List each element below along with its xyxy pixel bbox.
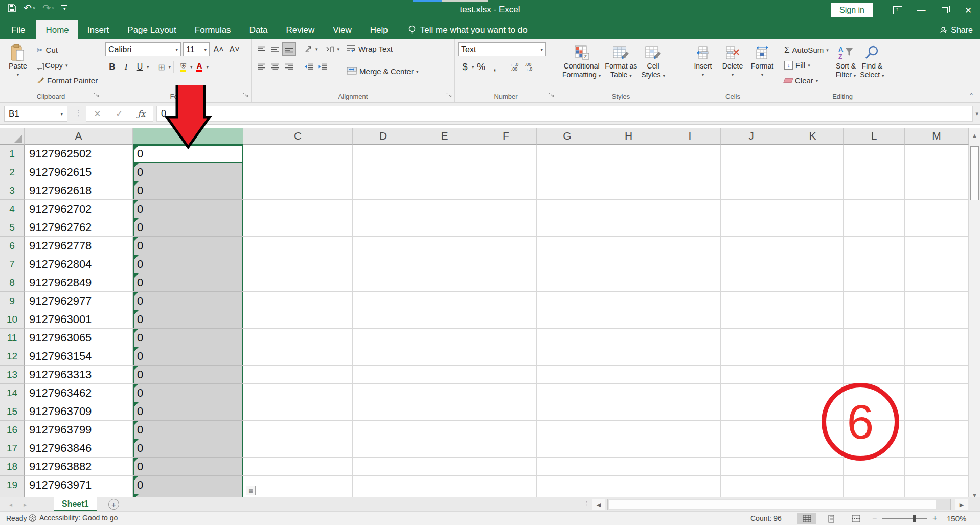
cell-a16[interactable]: 9127963799 <box>25 421 133 439</box>
expand-formula-bar-icon[interactable]: ▾ <box>975 110 978 117</box>
font-dialog-launcher-icon[interactable] <box>243 90 248 100</box>
cell-j15[interactable] <box>721 402 782 421</box>
cell-d5[interactable] <box>353 218 414 237</box>
cell-l11[interactable] <box>844 329 905 347</box>
cell-b9[interactable]: 0 <box>133 292 243 310</box>
format-as-table-button[interactable]: Format as Table ▾ <box>603 42 639 81</box>
increase-indent-icon[interactable] <box>315 60 329 73</box>
text-direction-icon[interactable] <box>324 42 337 56</box>
cell-e12[interactable] <box>414 347 475 366</box>
cell-a1[interactable]: 9127962502 <box>25 145 133 163</box>
cell-i4[interactable] <box>659 200 721 218</box>
cell-l3[interactable] <box>844 181 905 200</box>
cell-j17[interactable] <box>721 439 782 458</box>
cell-b12[interactable]: 0 <box>133 347 243 366</box>
cell-m2[interactable] <box>905 163 969 181</box>
cell-l8[interactable] <box>844 273 905 292</box>
zoom-out-icon[interactable]: − <box>872 514 877 523</box>
column-header-e[interactable]: E <box>414 128 475 145</box>
cell-k5[interactable] <box>782 218 844 237</box>
cell-g6[interactable] <box>537 237 598 255</box>
cell-g3[interactable] <box>537 181 598 200</box>
cell-c6[interactable] <box>243 237 353 255</box>
cell-d11[interactable] <box>353 329 414 347</box>
cell-k11[interactable] <box>782 329 844 347</box>
cell-b7[interactable]: 0 <box>133 255 243 273</box>
cell-j11[interactable] <box>721 329 782 347</box>
row-header-14[interactable]: 14 <box>0 384 25 402</box>
cell-c5[interactable] <box>243 218 353 237</box>
cell-a2[interactable]: 9127962615 <box>25 163 133 181</box>
cell-f17[interactable] <box>475 439 537 458</box>
cell-m7[interactable] <box>905 255 969 273</box>
cell-f12[interactable] <box>475 347 537 366</box>
cell-m11[interactable] <box>905 329 969 347</box>
insert-cells-button[interactable]: Insert▾ <box>688 42 718 80</box>
cell-c8[interactable] <box>243 273 353 292</box>
cell-k6[interactable] <box>782 237 844 255</box>
tab-home[interactable]: Home <box>36 20 78 39</box>
row-header-9[interactable]: 9 <box>0 292 25 310</box>
cell-c11[interactable] <box>243 329 353 347</box>
cell-h15[interactable] <box>598 402 659 421</box>
cell-a5[interactable]: 9127962762 <box>25 218 133 237</box>
cell-g5[interactable] <box>537 218 598 237</box>
cell-f10[interactable] <box>475 310 537 329</box>
cell-b16[interactable]: 0 <box>133 421 243 439</box>
sort-filter-button[interactable]: AZ Sort & Filter ▾ <box>834 42 858 81</box>
cell-j7[interactable] <box>721 255 782 273</box>
format-painter-button[interactable]: Format Painter <box>37 74 98 87</box>
column-header-g[interactable]: G <box>537 128 598 145</box>
cell-k13[interactable] <box>782 366 844 384</box>
cell-i7[interactable] <box>659 255 721 273</box>
cell-b8[interactable]: 0 <box>133 273 243 292</box>
cell-h7[interactable] <box>598 255 659 273</box>
formula-bar-splitter[interactable]: ⋮ <box>75 108 83 118</box>
cell-m13[interactable] <box>905 366 969 384</box>
row-header-11[interactable]: 11 <box>0 329 25 347</box>
zoom-slider-track[interactable] <box>882 518 927 519</box>
align-right-icon[interactable] <box>282 60 296 73</box>
vertical-scrollbar[interactable]: ▲ ▼ <box>969 128 980 503</box>
cell-m19[interactable] <box>905 476 969 494</box>
cell-l12[interactable] <box>844 347 905 366</box>
row-header-3[interactable]: 3 <box>0 181 25 200</box>
cell-i2[interactable] <box>659 163 721 181</box>
cell-h13[interactable] <box>598 366 659 384</box>
cell-h3[interactable] <box>598 181 659 200</box>
increase-decimal-icon[interactable]: ←.0.00 <box>508 60 521 74</box>
cell-h8[interactable] <box>598 273 659 292</box>
name-box[interactable]: B1▾ <box>4 106 67 122</box>
select-all-corner[interactable] <box>0 128 25 145</box>
cell-d16[interactable] <box>353 421 414 439</box>
cell-a14[interactable]: 9127963462 <box>25 384 133 402</box>
cell-j4[interactable] <box>721 200 782 218</box>
collapse-ribbon-icon[interactable]: ⌃ <box>969 92 974 99</box>
hscroll-left-icon[interactable]: ◀ <box>592 499 605 510</box>
cell-i9[interactable] <box>659 292 721 310</box>
cell-h11[interactable] <box>598 329 659 347</box>
cell-d7[interactable] <box>353 255 414 273</box>
cell-a8[interactable]: 9127962849 <box>25 273 133 292</box>
number-dialog-launcher-icon[interactable] <box>549 90 554 100</box>
close-button[interactable]: ✕ <box>956 0 980 20</box>
cell-j3[interactable] <box>721 181 782 200</box>
cell-f13[interactable] <box>475 366 537 384</box>
cell-e16[interactable] <box>414 421 475 439</box>
cell-d9[interactable] <box>353 292 414 310</box>
cell-m3[interactable] <box>905 181 969 200</box>
horizontal-scrollbar[interactable] <box>607 499 951 510</box>
ribbon-display-options-icon[interactable] <box>886 0 909 20</box>
cell-b4[interactable]: 0 <box>133 200 243 218</box>
cell-styles-button[interactable]: Cell Styles ▾ <box>639 42 667 81</box>
minimize-button[interactable]: — <box>909 0 933 20</box>
cell-j12[interactable] <box>721 347 782 366</box>
cell-g16[interactable] <box>537 421 598 439</box>
column-header-l[interactable]: L <box>844 128 905 145</box>
cell-i6[interactable] <box>659 237 721 255</box>
row-header-16[interactable]: 16 <box>0 421 25 439</box>
cell-h9[interactable] <box>598 292 659 310</box>
cell-m18[interactable] <box>905 458 969 476</box>
cell-i13[interactable] <box>659 366 721 384</box>
tell-me-box[interactable]: Tell me what you want to do <box>408 20 528 39</box>
